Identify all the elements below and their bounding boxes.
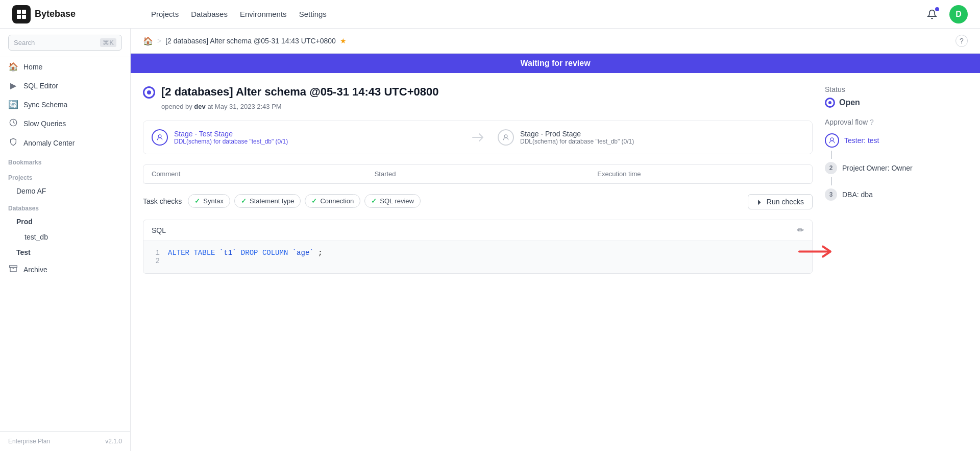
approval-help-icon[interactable]: ? bbox=[870, 118, 874, 126]
anomaly-icon bbox=[8, 138, 18, 148]
stage-pipeline: Stage - Test Stage DDL(schema) for datab… bbox=[143, 121, 813, 154]
approval-section: Approval flow ? Tester: test bbox=[825, 118, 968, 204]
svg-point-9 bbox=[830, 138, 834, 141]
table-header: Comment Started Execution time bbox=[143, 165, 812, 183]
check-statement-type[interactable]: ✓ Statement type bbox=[234, 194, 301, 208]
run-checks-label: Run checks bbox=[767, 198, 804, 206]
approval-connector-2 bbox=[831, 177, 832, 185]
plan-label: Enterprise Plan bbox=[8, 438, 50, 445]
check-sql-review[interactable]: ✓ SQL review bbox=[364, 194, 421, 208]
table-col-execution-time: Execution time bbox=[589, 165, 812, 183]
check-syntax[interactable]: ✓ Syntax bbox=[188, 194, 230, 208]
task-checks-badges: ✓ Syntax ✓ Statement type ✓ Connection bbox=[188, 194, 421, 208]
search-shortcut: ⌘K bbox=[100, 38, 116, 47]
stage-name-prod: Stage - Prod Stage bbox=[520, 130, 634, 138]
approval-step-3-name: DBA: dba bbox=[842, 191, 873, 199]
issue-title: [2 databases] Alter schema @05-31 14:43 … bbox=[161, 85, 438, 99]
logo[interactable]: Bytebase bbox=[12, 5, 135, 23]
content-area: 🏠 > [2 databases] Alter schema @05-31 14… bbox=[131, 29, 980, 451]
sidebar-item-sql-editor[interactable]: ▶ SQL Editor bbox=[0, 76, 130, 95]
approval-flow-steps: Tester: test 2 Project Owner: Owner 3 DB bbox=[825, 130, 968, 204]
sidebar-item-home[interactable]: 🏠 Home bbox=[0, 57, 130, 76]
task-checks-row: Task checks ✓ Syntax ✓ Statement type ✓ bbox=[143, 194, 813, 209]
table-col-comment: Comment bbox=[143, 165, 366, 183]
sql-editor-icon: ▶ bbox=[8, 81, 18, 90]
help-button[interactable]: ? bbox=[955, 35, 968, 47]
logo-text: Bytebase bbox=[35, 9, 76, 19]
stage-info-test: Stage - Test Stage DDL(schema) for datab… bbox=[174, 130, 288, 145]
approval-step-1: Tester: test bbox=[825, 130, 968, 151]
sql-edit-button[interactable]: ✏ bbox=[797, 225, 804, 235]
sidebar: Search ⌘K 🏠 Home ▶ SQL Editor 🔄 Sync Sch… bbox=[0, 29, 131, 451]
archive-icon bbox=[8, 265, 18, 275]
open-status-icon bbox=[825, 98, 835, 108]
svg-point-7 bbox=[158, 135, 161, 138]
issue-meta: opened by dev at May 31, 2023 2:43 PM bbox=[161, 103, 813, 110]
run-checks-button[interactable]: ⏵ Run checks bbox=[748, 194, 813, 209]
sidebar-footer: Enterprise Plan v2.1.0 bbox=[0, 431, 130, 451]
issue-date: May 31, 2023 2:43 PM bbox=[215, 103, 282, 110]
nav-databases[interactable]: Databases bbox=[191, 10, 228, 18]
check-connection-icon: ✓ bbox=[311, 197, 317, 205]
nav-environments[interactable]: Environments bbox=[240, 10, 287, 18]
sql-lineno-1: 1 bbox=[152, 249, 160, 257]
sidebar-db-prod[interactable]: Prod bbox=[0, 214, 130, 229]
stage-desc-test[interactable]: DDL(schema) for database "test_db" (0/1) bbox=[174, 138, 288, 145]
sql-label: SQL bbox=[152, 226, 166, 234]
search-box[interactable]: Search ⌘K bbox=[8, 35, 122, 51]
notification-dot bbox=[935, 7, 939, 11]
sql-section: SQL ✏ 1 ALTER TABLE `t1` DROP bbox=[143, 220, 813, 274]
sidebar-item-label: Archive bbox=[23, 266, 47, 274]
sql-line-1: 1 ALTER TABLE `t1` DROP COLUMN `age` ; bbox=[152, 249, 804, 257]
sidebar-item-sync-schema[interactable]: 🔄 Sync Schema bbox=[0, 95, 130, 114]
sidebar-project-demo-af[interactable]: Demo AF bbox=[0, 183, 130, 199]
main-layout: Search ⌘K 🏠 Home ▶ SQL Editor 🔄 Sync Sch… bbox=[0, 29, 980, 451]
sql-code-1: ALTER TABLE `t1` DROP COLUMN `age` ; bbox=[168, 249, 323, 257]
check-sql-review-icon: ✓ bbox=[371, 197, 377, 205]
sidebar-item-label: Slow Queries bbox=[23, 120, 66, 128]
stage-desc-prod: DDL(schema) for database "test_db" (0/1) bbox=[520, 138, 634, 145]
bookmarks-section: Bookmarks bbox=[0, 153, 130, 168]
user-avatar[interactable]: D bbox=[949, 5, 968, 23]
notifications-button[interactable] bbox=[923, 5, 941, 23]
svg-rect-5 bbox=[10, 266, 17, 267]
check-statement-label: Statement type bbox=[250, 197, 294, 205]
step-3-num: 3 bbox=[825, 188, 837, 201]
check-connection[interactable]: ✓ Connection bbox=[305, 194, 360, 208]
breadcrumb-separator: > bbox=[157, 37, 161, 45]
stage-test: Stage - Test Stage DDL(schema) for datab… bbox=[143, 121, 466, 154]
left-panel: [2 databases] Alter schema @05-31 14:43 … bbox=[143, 85, 813, 439]
stage-icon-test bbox=[152, 129, 168, 146]
home-breadcrumb-icon[interactable]: 🏠 bbox=[143, 36, 153, 46]
approval-flow-label: Approval flow ? bbox=[825, 118, 968, 126]
approval-step-1-name: Tester: test bbox=[844, 136, 879, 145]
sidebar-item-label: Home bbox=[23, 63, 42, 71]
check-statement-icon: ✓ bbox=[241, 197, 247, 205]
svg-rect-0 bbox=[17, 10, 21, 14]
sidebar-db-test[interactable]: Test bbox=[0, 245, 130, 260]
stage-name-test[interactable]: Stage - Test Stage bbox=[174, 130, 288, 138]
task-checks-label: Task checks bbox=[143, 197, 182, 205]
sync-icon: 🔄 bbox=[8, 100, 18, 109]
sql-header: SQL ✏ bbox=[143, 220, 812, 241]
nav-settings[interactable]: Settings bbox=[299, 10, 327, 18]
sidebar-item-slow-queries[interactable]: Slow Queries bbox=[0, 114, 130, 133]
nav-links: Projects Databases Environments Settings bbox=[151, 10, 906, 18]
sql-lineno-2: 2 bbox=[152, 257, 160, 265]
svg-rect-1 bbox=[22, 10, 26, 14]
sidebar-item-label: SQL Editor bbox=[23, 82, 58, 90]
page-content: [2 databases] Alter schema @05-31 14:43 … bbox=[131, 73, 980, 451]
favorite-icon[interactable]: ★ bbox=[340, 37, 347, 45]
topnav: Bytebase Projects Databases Environments… bbox=[0, 0, 980, 29]
nav-projects[interactable]: Projects bbox=[151, 10, 179, 18]
red-arrow-indicator bbox=[797, 243, 838, 261]
sidebar-item-anomaly-center[interactable]: Anomaly Center bbox=[0, 133, 130, 153]
sidebar-item-archive[interactable]: Archive bbox=[0, 260, 130, 279]
check-sql-review-label: SQL review bbox=[380, 197, 414, 205]
status-open: Open bbox=[825, 98, 968, 108]
stage-prod: Stage - Prod Stage DDL(schema) for datab… bbox=[489, 121, 812, 154]
breadcrumb-current: [2 databases] Alter schema @05-31 14:43 … bbox=[165, 37, 336, 45]
sidebar-db-test-db[interactable]: test_db bbox=[0, 229, 130, 245]
logo-icon bbox=[12, 5, 31, 23]
svg-point-8 bbox=[504, 135, 507, 138]
